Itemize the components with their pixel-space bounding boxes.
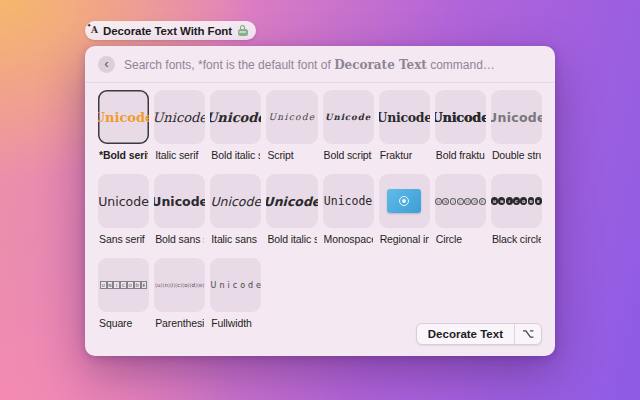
font-tile-label: Square bbox=[99, 317, 148, 329]
font-tile-label: Bold fraktur bbox=[436, 149, 485, 161]
decorate-a-icon: A bbox=[91, 26, 98, 35]
font-preview: Unicode bbox=[266, 90, 317, 144]
chevron-left-icon: ‹ bbox=[105, 58, 109, 70]
option-key-icon bbox=[515, 324, 541, 344]
font-tile-parenthesiz[interactable]: unicodeParenthesiz… bbox=[154, 258, 205, 342]
lock-icon bbox=[237, 25, 249, 37]
search-placeholder-suffix: command… bbox=[427, 58, 495, 72]
font-preview: Unicode bbox=[435, 90, 486, 144]
font-preview: Unicode bbox=[266, 174, 317, 228]
font-tile-bold-fraktur[interactable]: UnicodeBold fraktur bbox=[435, 90, 486, 174]
font-tile-label: *Bold serif bbox=[99, 149, 148, 161]
font-tile-monospace[interactable]: UnicodeMonospace bbox=[323, 174, 374, 258]
font-grid: Unicode*Bold serifUnicodeItalic serifUni… bbox=[98, 90, 542, 342]
font-preview: unicode bbox=[154, 258, 205, 312]
font-tile-bold-italic-s[interactable]: UnicodeBold italic s… bbox=[266, 174, 317, 258]
font-tile-italic-sans-s[interactable]: UnicodeItalic sans s… bbox=[210, 174, 261, 258]
font-tile-regional-ind[interactable]: Regional ind… bbox=[379, 174, 430, 258]
font-tile-label: Double struck bbox=[492, 149, 541, 161]
search-bar: ‹ Search fonts, *font is the default fon… bbox=[85, 46, 555, 83]
font-tile-bold-serif[interactable]: Unicode*Bold serif bbox=[98, 90, 149, 174]
decorate-text-window: ‹ Search fonts, *font is the default fon… bbox=[85, 46, 555, 356]
font-tile-label: Bold script bbox=[324, 149, 373, 161]
font-tile-label: Italic sans s… bbox=[211, 233, 260, 245]
decorate-text-button[interactable]: Decorate Text bbox=[416, 323, 542, 345]
font-preview: UNICODE bbox=[98, 258, 149, 312]
font-tile-label: Monospace bbox=[324, 233, 373, 245]
font-preview: Unicode bbox=[323, 90, 374, 144]
search-placeholder-command: Decorate Text bbox=[334, 58, 427, 72]
font-tile-fullwidth[interactable]: UnicodeFullwidth bbox=[210, 258, 261, 342]
font-tile-label: Bold italic s… bbox=[267, 233, 316, 245]
font-tile-label: Bold italic s… bbox=[211, 149, 260, 161]
font-tile-fraktur[interactable]: UnicodeFraktur bbox=[379, 90, 430, 174]
decorate-text-button-label: Decorate Text bbox=[417, 324, 514, 344]
back-button[interactable]: ‹ bbox=[98, 56, 115, 73]
font-tile-script[interactable]: UnicodeScript bbox=[266, 90, 317, 174]
font-preview: Unicode bbox=[323, 174, 374, 228]
font-preview: Unicode bbox=[98, 174, 149, 228]
font-tile-bold-italic-s[interactable]: UnicodeBold italic s… bbox=[210, 90, 261, 174]
font-tile-label: Fraktur bbox=[380, 149, 429, 161]
font-tile-label: Bold sans s… bbox=[155, 233, 204, 245]
search-placeholder-prefix: Search fonts, *font is the default font … bbox=[124, 58, 334, 72]
font-tile-label: Parenthesiz… bbox=[155, 317, 204, 329]
font-tile-label: Sans serif bbox=[99, 233, 148, 245]
font-tile-bold-script[interactable]: UnicodeBold script bbox=[323, 90, 374, 174]
font-preview: Unicode bbox=[210, 90, 261, 144]
un-flag-icon bbox=[387, 189, 421, 213]
font-tile-double-struck[interactable]: UnicodeDouble struck bbox=[491, 90, 542, 174]
search-input[interactable]: Search fonts, *font is the default font … bbox=[124, 58, 495, 72]
font-tile-circle[interactable]: UNICODECircle bbox=[435, 174, 486, 258]
font-tile-black-circle[interactable]: UNICODEBlack circle bbox=[491, 174, 542, 258]
font-preview: UNICODE bbox=[491, 174, 542, 228]
font-tile-label: Regional ind… bbox=[380, 233, 429, 245]
font-tile-italic-serif[interactable]: UnicodeItalic serif bbox=[154, 90, 205, 174]
font-preview: UNICODE bbox=[435, 174, 486, 228]
font-tile-sans-serif[interactable]: UnicodeSans serif bbox=[98, 174, 149, 258]
font-preview: Unicode bbox=[154, 174, 205, 228]
font-tile-square[interactable]: UNICODESquare bbox=[98, 258, 149, 342]
font-tile-label: Circle bbox=[436, 233, 485, 245]
font-tile-label: Black circle bbox=[492, 233, 541, 245]
font-tile-label: Italic serif bbox=[155, 149, 204, 161]
font-preview bbox=[379, 174, 430, 228]
command-title: Decorate Text With Font bbox=[103, 25, 232, 37]
font-preview: Unicode bbox=[491, 90, 542, 144]
font-preview: Unicode bbox=[210, 258, 261, 312]
font-preview: Unicode bbox=[379, 90, 430, 144]
command-title-pill[interactable]: A Decorate Text With Font bbox=[85, 21, 256, 40]
font-preview: Unicode bbox=[154, 90, 205, 144]
font-preview: Unicode bbox=[210, 174, 261, 228]
font-tile-label: Script bbox=[267, 149, 316, 161]
font-tile-label: Fullwidth bbox=[211, 317, 260, 329]
font-preview: Unicode bbox=[98, 90, 149, 144]
font-tile-bold-sans-s[interactable]: UnicodeBold sans s… bbox=[154, 174, 205, 258]
